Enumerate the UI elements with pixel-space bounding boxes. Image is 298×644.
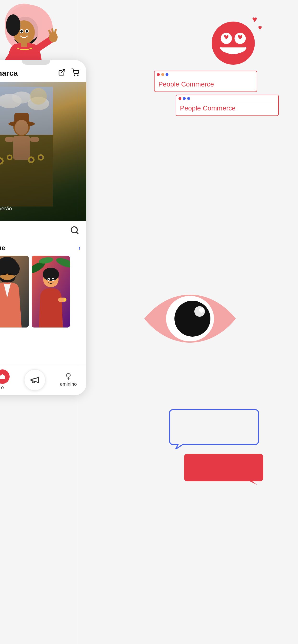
svg-line-8: [49, 31, 50, 34]
phone-bottom-nav: o eminino: [0, 364, 86, 395]
external-link-icon[interactable]: [58, 68, 66, 78]
cart-icon[interactable]: [72, 68, 79, 78]
browser-text-1: People Commerce: [155, 78, 257, 92]
phone-inner: marca: [0, 60, 86, 395]
chat-bubble-filled-wrapper: [183, 452, 274, 486]
svg-rect-63: [64, 298, 66, 301]
product-image-2: [32, 256, 70, 328]
search-icon[interactable]: [70, 226, 79, 237]
emoji-face: [212, 22, 255, 65]
phone-section-row: ique ›: [0, 242, 86, 256]
section-label: ique: [0, 244, 5, 252]
product-grid-item-2[interactable]: [32, 256, 70, 328]
phone-mockup: marca: [0, 60, 86, 395]
browser-dot-red-2: [179, 97, 181, 100]
browser-text-2: People Commerce: [176, 102, 278, 116]
browser-dot-blue-2: [187, 97, 190, 100]
svg-point-5: [20, 30, 23, 32]
browser-titlebar-1: [155, 71, 257, 78]
phone-notch: [22, 60, 50, 65]
phone-hero: e do verão: [0, 82, 86, 221]
svg-rect-11: [21, 42, 27, 47]
hero-dots: [0, 214, 12, 216]
svg-point-6: [26, 30, 28, 32]
browser-titlebar-2: [176, 95, 278, 102]
product-grid-item-1[interactable]: [0, 256, 29, 328]
svg-point-64: [66, 374, 70, 377]
bottom-nav-label-o: o: [1, 385, 4, 390]
svg-point-13: [212, 22, 254, 64]
bottom-nav-item-home[interactable]: o: [0, 370, 10, 390]
heart-icon-2: ♥: [258, 24, 262, 32]
browser-window-2: People Commerce: [176, 95, 279, 116]
svg-point-60: [48, 279, 49, 280]
svg-point-17: [74, 75, 75, 76]
eye-illustration: [142, 288, 238, 350]
svg-line-9: [52, 29, 53, 32]
svg-line-10: [55, 30, 56, 33]
browser-dot-red-1: [157, 73, 160, 76]
bottom-nav-item-feminino[interactable]: eminino: [60, 373, 77, 387]
svg-line-16: [61, 70, 65, 73]
hero-title: e: [0, 198, 12, 206]
chat-container: [169, 407, 274, 486]
bottom-nav-item-megaphone[interactable]: [24, 369, 46, 391]
svg-point-50: [9, 262, 20, 276]
emoji-container: ♥ ♥: [209, 14, 262, 67]
divider-line: [77, 0, 77, 644]
product-image-1: [0, 256, 29, 328]
phone-nav: marca: [0, 65, 86, 82]
chat-bubble-outline-wrapper: [169, 407, 274, 450]
hero-subtitle: do verão: [0, 206, 12, 212]
chat-bubble-filled-svg: [183, 452, 264, 485]
megaphone-button[interactable]: [24, 369, 46, 391]
phone-product-grid: [0, 256, 86, 328]
scene: ♥ ♥: [0, 0, 298, 644]
svg-point-61: [52, 279, 54, 280]
browser-dot-blue-1: [166, 73, 169, 76]
browser-dot-yellow-1: [161, 73, 164, 76]
svg-point-12: [6, 14, 20, 36]
phone-nav-title: marca: [0, 69, 18, 78]
svg-point-70: [199, 308, 204, 313]
bottom-nav-active-icon: [0, 370, 10, 384]
browser-window-1: People Commerce: [154, 71, 257, 92]
phone-hero-text: e do verão: [0, 193, 18, 221]
phone-search-row: [0, 221, 86, 242]
bottom-nav-label-feminino: eminino: [60, 382, 77, 387]
svg-point-57: [43, 268, 59, 281]
svg-point-68: [175, 301, 210, 336]
browser-dot-darkblue-2: [183, 97, 186, 100]
svg-point-18: [77, 75, 78, 76]
section-arrow-icon[interactable]: ›: [78, 244, 81, 252]
chat-bubble-outline-svg: [169, 407, 260, 449]
